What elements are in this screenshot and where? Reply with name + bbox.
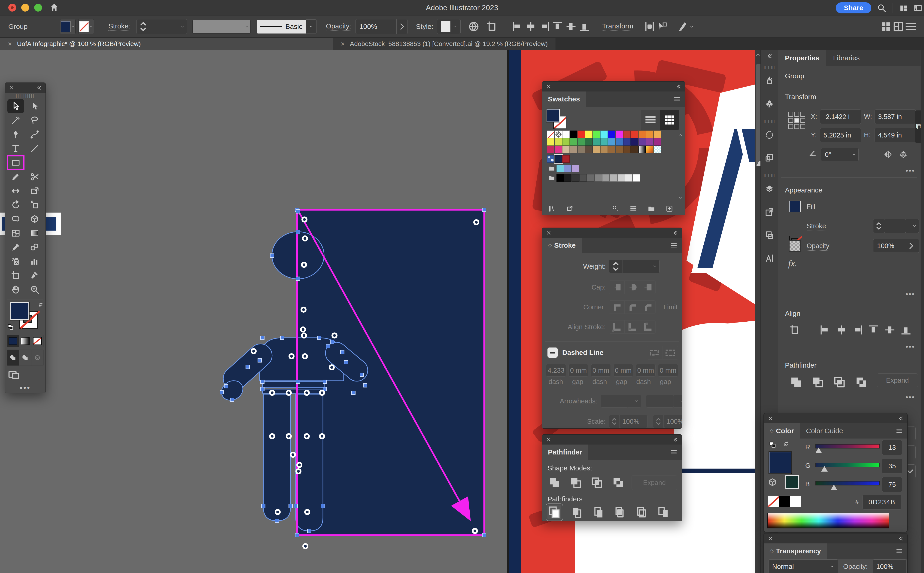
gradient-mode-button[interactable]	[19, 335, 31, 347]
swatch[interactable]	[616, 138, 623, 146]
h-field[interactable]: 4.549 in	[875, 128, 916, 142]
opacity-expand[interactable]	[397, 19, 408, 34]
swatch[interactable]	[547, 146, 554, 153]
free-transform-tool[interactable]	[27, 184, 43, 198]
trash-icon[interactable]	[683, 204, 685, 213]
opacity-field[interactable]: 100%	[355, 19, 397, 34]
color-mode-button[interactable]	[7, 335, 19, 347]
swatch[interactable]	[570, 146, 577, 153]
pathfinder-tab[interactable]: Pathfinder	[542, 445, 588, 460]
align-top-icon[interactable]	[552, 20, 564, 33]
collapse-icon[interactable]	[897, 415, 904, 421]
shaper-tool[interactable]	[8, 212, 24, 226]
swatch[interactable]	[646, 138, 654, 146]
rotation-dropdown[interactable]	[846, 148, 858, 161]
layers-panel-icon[interactable]	[765, 184, 774, 194]
swatch[interactable]	[633, 174, 640, 182]
align-top-icon[interactable]	[868, 324, 880, 336]
blend-mode-dropdown[interactable]: Normal	[768, 559, 838, 573]
swatch[interactable]	[587, 174, 594, 182]
swatch[interactable]	[585, 138, 593, 146]
align-bottom-icon[interactable]	[578, 20, 591, 33]
document-tab-inactive[interactable]: × AdobeStock_588138853 (1) [Converted].a…	[333, 38, 556, 50]
swatch[interactable]	[631, 146, 638, 153]
swatch[interactable]	[610, 174, 617, 182]
swatch[interactable]	[608, 138, 615, 146]
align-hcenter-icon[interactable]	[525, 20, 537, 33]
swatch[interactable]	[577, 146, 585, 153]
slider-thumb[interactable]	[821, 466, 828, 471]
slice-tool[interactable]	[27, 268, 43, 282]
swatches-tab[interactable]: Swatches	[542, 91, 586, 107]
more-options-button[interactable]: •••	[905, 167, 915, 175]
close-icon[interactable]	[546, 437, 552, 443]
tab-libraries[interactable]: Libraries	[826, 50, 866, 66]
black-swatch[interactable]	[779, 496, 790, 507]
dash-field[interactable]: 0 mm	[636, 364, 655, 377]
folder-icon[interactable]	[647, 204, 655, 213]
workspace-icon[interactable]	[899, 4, 909, 13]
swatch[interactable]	[600, 138, 608, 146]
panel-menu-icon[interactable]	[670, 242, 678, 249]
swap-fill-stroke-icon[interactable]	[37, 302, 45, 309]
draw-behind-icon[interactable]	[19, 350, 31, 366]
appearance-stroke-link[interactable]: Stroke	[807, 222, 826, 231]
transform-link[interactable]: Transform	[602, 22, 633, 31]
swatch[interactable]	[562, 155, 570, 163]
pf-unite-icon[interactable]	[547, 476, 561, 490]
swatch-group-folder[interactable]	[547, 165, 556, 172]
close-icon[interactable]	[546, 84, 552, 90]
direct-selection-tool[interactable]	[27, 99, 43, 113]
swatch[interactable]	[654, 130, 661, 138]
x-field[interactable]: -2.1422 i	[820, 110, 861, 124]
type-tool[interactable]	[8, 141, 24, 155]
swatch[interactable]	[572, 165, 579, 172]
brushes-panel-icon[interactable]	[765, 76, 774, 86]
brush-definition-dropdown[interactable]	[192, 20, 251, 33]
width-tool-tool[interactable]	[8, 184, 24, 198]
swatch-transparent[interactable]	[654, 146, 661, 153]
stroke-tab[interactable]: ◇Stroke	[542, 238, 582, 253]
tr-opacity-field[interactable]: 100%	[873, 559, 907, 573]
slider-thumb[interactable]	[815, 448, 822, 453]
collapse-icon[interactable]	[897, 535, 904, 542]
swatch[interactable]	[638, 130, 646, 138]
pf-outline-icon[interactable]	[634, 505, 648, 519]
close-icon[interactable]: ×	[8, 40, 12, 48]
zoom-tool[interactable]	[27, 282, 43, 296]
cube-3d-tool[interactable]	[27, 212, 43, 226]
collapse-icon[interactable]	[672, 230, 678, 236]
swatch[interactable]	[577, 130, 585, 138]
swatch[interactable]	[623, 130, 631, 138]
swatch-gradient-orange[interactable]	[646, 146, 654, 153]
canvas-scrollbar[interactable]	[755, 50, 761, 573]
line-segment-tool[interactable]	[27, 141, 43, 155]
opacity-link[interactable]: Opacity:	[326, 22, 351, 31]
scroll-up-icon[interactable]	[755, 51, 761, 58]
eyedropper-tool[interactable]	[8, 240, 24, 254]
arrowhead-end-dd[interactable]	[674, 395, 682, 407]
w-field[interactable]: 3.587 in	[875, 110, 916, 124]
fill-color-dropdown[interactable]	[60, 19, 75, 34]
pages-panel-icon[interactable]	[765, 153, 774, 163]
library-icon[interactable]	[548, 204, 556, 213]
isolate-icon[interactable]	[677, 20, 689, 33]
swatch[interactable]	[623, 138, 631, 146]
dash-field[interactable]: 0 mm	[658, 364, 678, 377]
channel-slider[interactable]	[815, 444, 880, 448]
flip-vertical-icon[interactable]	[898, 149, 909, 160]
swatch[interactable]	[593, 146, 600, 153]
weight-dropdown[interactable]	[623, 260, 660, 273]
character-panel-icon[interactable]	[765, 253, 774, 263]
close-icon[interactable]	[768, 415, 773, 421]
arrowhead-end[interactable]	[646, 395, 674, 407]
shape-options-icon[interactable]	[656, 20, 668, 33]
pf-exclude-icon[interactable]	[611, 476, 625, 490]
blend-tool[interactable]	[27, 240, 43, 254]
stroke-weight-stepper[interactable]	[136, 19, 150, 34]
tab-properties[interactable]: Properties	[778, 50, 826, 66]
align-right-icon[interactable]	[538, 20, 550, 33]
list-view-icon[interactable]	[630, 204, 637, 213]
swatch[interactable]	[654, 138, 661, 146]
stroke-weight-field[interactable]	[884, 219, 906, 233]
